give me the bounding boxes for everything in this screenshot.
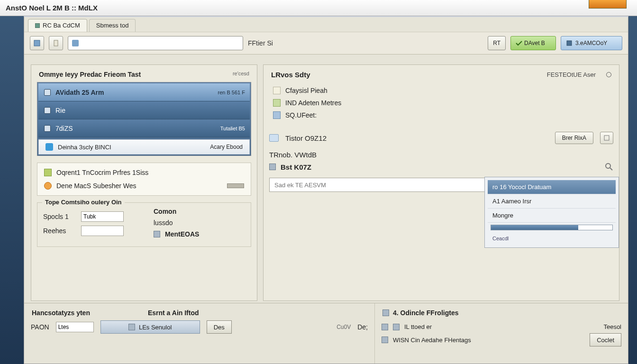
rt-button-label: RT [493, 40, 500, 46]
confirm-button-label: DAvet B [524, 40, 545, 46]
des-label: Des [214, 324, 225, 331]
mini-label: A1 Aameo Irsr [492, 198, 531, 205]
tab-primary-label: RC Ba CdCM [43, 22, 80, 29]
paon-input[interactable] [56, 322, 94, 332]
tab-secondary-label: Sbmess tod [96, 22, 129, 29]
seg-button-label: LEs Senulol [139, 324, 172, 331]
link-row-1[interactable]: Dene MacS Subesher Wes [41, 179, 247, 192]
bottom-row2-label: WISN Cin Aedahe FHentags [393, 337, 471, 344]
nav-item-right: Tutaliet B5 [220, 126, 245, 131]
expand-label: Deinha 3scly BINCI [58, 144, 111, 151]
field-label: Reehes [43, 227, 76, 235]
nav-item-1[interactable]: Rie [38, 101, 250, 119]
form-group: Tope Comtsiho oulery Oin Spocls 1 Reehes [37, 202, 251, 247]
nav-expand[interactable]: Deinha 3scly BINCI Acary Ebood [38, 139, 250, 155]
mini-row-2[interactable]: Mongre [488, 209, 616, 223]
chip-icon [566, 40, 573, 46]
tab-secondary[interactable]: Sbmess tod [89, 19, 136, 32]
des-button[interactable]: Des [207, 320, 232, 334]
badge-label: MentEOAS [165, 230, 199, 238]
right-panel: LRvos Sdty FESTEOtUE Aser Cfaysisl Pieah… [263, 64, 619, 301]
nav-list: AVidath 25 Arm ren B 561 F Rie 7diZS Tut… [37, 82, 251, 156]
close-button[interactable]: Coclet [590, 333, 621, 346]
mini-row-0[interactable]: ro 16 Yococl Dratuam [488, 180, 616, 194]
folder-more-button[interactable] [600, 132, 613, 144]
mini-progress-label: Ceacdl [488, 232, 616, 245]
mini-row-1[interactable]: A1 Aameo Irsr [488, 194, 616, 209]
link-label: Oqrent1 TnCocrim Prfres 1Siss [56, 169, 148, 176]
radio-icon[interactable] [606, 72, 611, 77]
left-panel: Ommye Ieyy Predac Frieom Tast re'cesd AV… [31, 64, 257, 301]
card-icon [154, 231, 160, 237]
nav-item-label: AVidath 25 Arm [55, 89, 104, 96]
address-icon [72, 40, 79, 46]
nav-item-icon [44, 107, 51, 114]
row-icon [382, 324, 388, 330]
bottom-row1-right: Teesol [603, 323, 621, 330]
svg-rect-0 [34, 40, 40, 46]
mini-panel: ro 16 Yococl Dratuam A1 Aameo Irsr Mongr… [484, 177, 619, 248]
nav-item-label: 7diZS [55, 125, 73, 132]
folder-action-label: Brer RixA [562, 135, 586, 141]
right-head-left: LRvos Sdty [271, 71, 310, 79]
svg-line-5 [610, 168, 612, 170]
spocls-input[interactable] [81, 211, 124, 222]
mini-progress [491, 225, 613, 230]
svg-rect-3 [604, 136, 609, 140]
print-icon [269, 164, 276, 170]
confirm-button[interactable]: DAvet B [510, 36, 556, 50]
folder-action-button[interactable]: Brer RixA [555, 132, 593, 144]
left-panel-title: Ommye Ieyy Predac Frieom Tast [39, 71, 141, 78]
svg-point-4 [606, 164, 610, 168]
tree-label: Cfaysisl Pieah [285, 87, 328, 94]
bottom-bar: Hancsotatyzs yten Esrnt a Ain Iftod PAON… [24, 303, 628, 364]
tab-primary[interactable]: RC Ba CdCM [28, 19, 87, 32]
bottom-left-head2: Esrnt a Ain Iftod [148, 309, 199, 317]
tab-icon [35, 23, 40, 28]
svg-rect-1 [54, 40, 58, 46]
field-label: lussdo [154, 219, 187, 227]
row-icon [382, 337, 388, 343]
nav-item-2[interactable]: 7diZS Tutaliet B5 [38, 119, 250, 137]
field-label: Spocls 1 [43, 213, 76, 220]
link-row-0[interactable]: Oqrent1 TnCocrim Prfres 1Siss [41, 166, 247, 179]
seg-button[interactable]: LEs Senulol [100, 320, 200, 334]
tree-row-0[interactable]: Cfaysisl Pieah [271, 84, 611, 97]
more-icon [604, 135, 610, 141]
filter-label: FFtier Si [248, 39, 273, 47]
tree-label: IND Adeten Metres [285, 99, 341, 107]
svg-rect-2 [567, 41, 572, 46]
link-label: Dene MacS Subesher Wes [56, 182, 136, 190]
dez-label: De; [357, 323, 368, 331]
link-box: Oqrent1 TnCocrim Prfres 1Siss Dene MacS … [37, 163, 251, 196]
bottom-left-head1: Hancsotatyzs yten [32, 309, 90, 317]
tree-row-1[interactable]: IND Adeten Metres [271, 97, 611, 109]
trnob-label: TRnob. VWtdB [269, 151, 317, 159]
tree-row-2[interactable]: SQ.UFeet: [271, 109, 611, 121]
list-icon [128, 324, 135, 330]
toolbar-btn-1[interactable] [30, 36, 44, 50]
memory-button[interactable]: 3.eAMCOoY [561, 36, 622, 50]
expand-right: Acary Ebood [210, 144, 243, 150]
note-icon [273, 99, 281, 107]
app-title: AnstO Noel L 2M B :: MdLX [6, 4, 98, 12]
nav-item-icon [44, 89, 51, 96]
folder-label: Tistor O9Z12 [285, 134, 327, 142]
tree-list: Cfaysisl Pieah IND Adeten Metres SQ.UFee… [269, 82, 613, 123]
window-indicator [589, 0, 627, 9]
tab-strip: RC Ba CdCM Sbmess tod [24, 17, 628, 32]
address-bar[interactable] [68, 36, 243, 50]
reehes-input[interactable] [81, 226, 124, 236]
nav-item-label: Rie [55, 107, 65, 114]
rt-button[interactable]: RT [488, 36, 506, 50]
paon-label: PAON [31, 323, 49, 331]
bottom-right-head: 4. Odincle FFroligtes [393, 309, 458, 317]
toolbar-btn-2[interactable] [49, 36, 63, 50]
close-label: Coclet [597, 337, 614, 344]
link-meter [227, 183, 244, 188]
memory-button-label: 3.eAMCOoY [575, 40, 607, 46]
nav-item-0[interactable]: AVidath 25 Arm ren B 561 F [38, 83, 250, 101]
page-icon [273, 87, 281, 94]
search-icon[interactable] [605, 163, 613, 171]
doc-icon [44, 169, 52, 176]
